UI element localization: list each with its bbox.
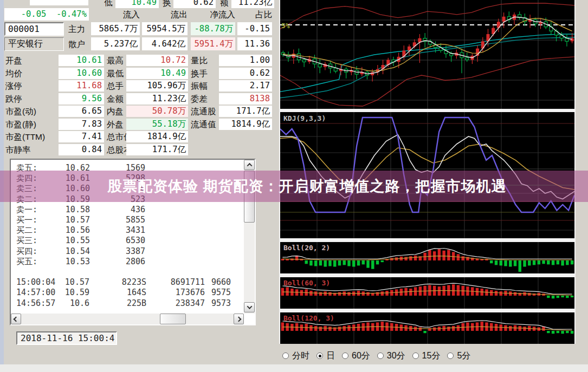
- change-percent: -0.47%: [56, 9, 87, 19]
- quote-label: 市盈(动): [5, 105, 36, 118]
- ad-banner-overlay[interactable]: 股票配资体验 期货配资：开启财富增值之路，把握市场机遇: [0, 171, 588, 202]
- flow-cell: 11.36: [237, 37, 272, 50]
- flow-header: 净流入: [191, 8, 235, 21]
- quote-value: 10.72: [126, 55, 188, 66]
- quote-label: 委差: [191, 93, 208, 105]
- quote-label: 跌停: [5, 93, 22, 105]
- orderbook-row: 买四:10.543387: [11, 246, 255, 257]
- period-selector: 分时日60分30分15分5分: [280, 349, 574, 362]
- radio-icon[interactable]: [316, 353, 323, 359]
- chevron-left-icon: [14, 316, 19, 322]
- tx-seq: 9573: [206, 298, 231, 309]
- quote-value: 8138: [219, 93, 272, 105]
- tx-volume: 8223S: [92, 277, 146, 288]
- ob-price: 10.53: [43, 257, 90, 267]
- pane-kline-svg: [280, 0, 574, 109]
- ob-volume: 2806: [90, 257, 145, 267]
- h-scroll-thumb[interactable]: [160, 314, 186, 324]
- orderbook-row: 卖一:10.58436: [11, 205, 255, 215]
- flow-row-label: 散户: [68, 38, 85, 50]
- quote-label: 涨停: [5, 80, 22, 92]
- tx-seq: 9575: [206, 288, 231, 298]
- period-option-30分[interactable]: 30分: [377, 350, 405, 362]
- quote-value: 171.7亿: [126, 144, 188, 155]
- ob-price: 10.55: [43, 236, 90, 246]
- scroll-left-button[interactable]: [11, 314, 21, 324]
- flow-cell: -0.15: [237, 22, 272, 35]
- transaction-row: 15:00:0410.578223S86917119660: [11, 277, 255, 288]
- ad-banner-text: 股票配资体验 期货配资：开启财富增值之路，把握市场机遇: [107, 177, 507, 196]
- period-label: 分时: [292, 350, 309, 362]
- turnover-value: 0.62: [173, 0, 216, 8]
- quote-value: 1814.9亿: [219, 119, 272, 130]
- period-option-分时[interactable]: 分时: [282, 350, 309, 362]
- radio-icon[interactable]: [282, 353, 289, 359]
- quote-value: 2.17: [219, 80, 272, 92]
- change-field: -0.05 -0.47%: [4, 8, 89, 21]
- period-option-5分[interactable]: 5分: [447, 350, 470, 362]
- ob-price: 10.56: [43, 225, 90, 236]
- stock-name-box: 平安银行: [4, 37, 64, 51]
- ob-volume: 6530: [90, 236, 145, 246]
- tx-price: 10.6: [46, 298, 89, 309]
- quote-value: 10.61: [59, 55, 104, 66]
- kdj-indicator-label: KDJ(9,3,3): [283, 114, 326, 122]
- quote-value: 1814.9亿: [126, 131, 188, 142]
- quote-value: 10.60: [59, 68, 104, 79]
- topcut-row: 低 10.49 换 0.62 额 11.23亿: [0, 0, 277, 9]
- radio-icon[interactable]: [377, 353, 384, 359]
- period-option-日[interactable]: 日: [316, 350, 335, 362]
- ob-volume: 3431: [90, 225, 145, 236]
- quote-label: 外盘: [107, 118, 124, 130]
- flow-header: 占比: [237, 8, 272, 21]
- quote-value: 7.41: [59, 131, 104, 142]
- quote-label: 市静率: [5, 143, 31, 156]
- quote-label: 市盈(静): [5, 118, 36, 130]
- h-scrollbar[interactable]: [11, 314, 244, 324]
- orderbook-row: 买一:10.575855: [11, 215, 255, 225]
- quote-value: 9.56: [59, 93, 104, 105]
- tx-price: 10.57: [46, 277, 89, 288]
- period-label: 5分: [457, 350, 470, 362]
- boll60-indicator-label: Boll(60, 3): [283, 279, 330, 287]
- quote-value: 105.96万: [126, 80, 188, 92]
- ob-price: 10.57: [43, 215, 90, 225]
- orderbook-row: 买五:10.532806: [11, 257, 255, 267]
- transaction-row: 14:57:0010.59164S1736769575: [11, 288, 255, 298]
- quote-value: 7.83: [59, 119, 104, 130]
- trading-terminal-window: 低 10.49 换 0.62 额 11.23亿 -0.05 -0.47% 流入流…: [0, 0, 588, 372]
- turnover-label: 换: [163, 0, 171, 9]
- period-option-15分[interactable]: 15分: [412, 350, 441, 362]
- period-option-60分[interactable]: 60分: [342, 350, 370, 362]
- quote-value: 171.7亿: [219, 106, 272, 117]
- quote-value: 11.23亿: [126, 93, 188, 105]
- datetime-field[interactable]: 2018-11-16 15:00:4: [16, 331, 117, 345]
- flow-cell: 5.237亿: [91, 37, 140, 50]
- flow-cell: 5954.5万: [142, 22, 188, 35]
- flow-cell: 4.642亿: [142, 37, 188, 50]
- quote-label: 换手: [191, 67, 208, 80]
- quote-value: 50.78万: [126, 106, 188, 117]
- kline-chart-panel[interactable]: [280, 0, 574, 109]
- radio-icon[interactable]: [412, 353, 419, 359]
- scroll-down-button[interactable]: [244, 302, 255, 312]
- scroll-right-button[interactable]: [234, 314, 244, 324]
- quote-label: 振幅: [191, 80, 208, 92]
- chevron-up-icon: [247, 163, 252, 168]
- period-label: 30分: [387, 350, 405, 362]
- stock-code-input[interactable]: [4, 22, 64, 36]
- flow-row-label: 主力: [68, 23, 85, 35]
- quote-label: 内盘: [107, 105, 124, 118]
- quote-value: 1.00: [219, 55, 272, 66]
- radio-icon[interactable]: [342, 353, 348, 359]
- quote-value: 10.49: [126, 68, 188, 79]
- radio-icon[interactable]: [447, 353, 454, 359]
- quote-value: 55.18万: [126, 119, 188, 130]
- scroll-up-button[interactable]: [244, 160, 255, 170]
- radio-dot-icon: [319, 355, 321, 357]
- boll20-indicator-label: Boll(20, 2): [283, 244, 330, 252]
- low-value: 10.49: [115, 0, 159, 8]
- quote-label: 最低: [107, 67, 124, 80]
- amount-label: 额: [220, 0, 229, 9]
- quote-label: 总手: [107, 80, 124, 92]
